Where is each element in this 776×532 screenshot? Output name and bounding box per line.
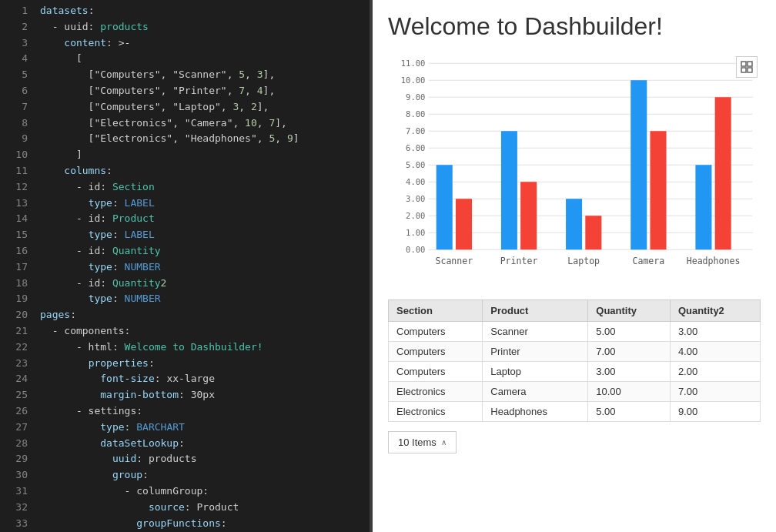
line-content: group: bbox=[40, 467, 149, 483]
svg-text:Laptop: Laptop bbox=[567, 256, 600, 266]
chart-container: 0.001.002.003.004.005.006.007.008.009.00… bbox=[388, 53, 761, 287]
chevron-up-icon: ∧ bbox=[441, 438, 447, 447]
svg-text:Scanner: Scanner bbox=[435, 256, 473, 266]
line-number: 3 bbox=[6, 35, 28, 52]
line-content: type: NUMBER bbox=[40, 291, 161, 307]
table-cell: Computers bbox=[389, 342, 483, 362]
code-line: 1datasets: bbox=[0, 3, 370, 19]
items-per-page-button[interactable]: 10 Items ∧ bbox=[388, 431, 457, 453]
code-line: 17 type: NUMBER bbox=[0, 259, 370, 276]
svg-text:11.00: 11.00 bbox=[401, 59, 426, 68]
code-line: 13 type: LABEL bbox=[0, 196, 370, 212]
table-row: ComputersScanner5.003.00 bbox=[389, 322, 761, 342]
table-header: Quantity bbox=[588, 300, 671, 322]
table-cell: 9.00 bbox=[670, 402, 760, 422]
code-line: 6 ["Computers", "Printer", 7, 4], bbox=[0, 83, 370, 99]
table-cell: Computers bbox=[389, 322, 483, 342]
line-number: 28 bbox=[6, 436, 28, 452]
line-content: source: Product bbox=[40, 500, 239, 516]
items-label: 10 Items bbox=[398, 437, 436, 448]
table-cell: Electronics bbox=[389, 402, 483, 422]
line-number: 19 bbox=[6, 291, 28, 307]
svg-text:6.00: 6.00 bbox=[406, 143, 425, 152]
code-line: 23 properties: bbox=[0, 356, 370, 372]
table-cell: 10.00 bbox=[588, 382, 671, 402]
line-content: ["Computers", "Scanner", 5, 3], bbox=[40, 67, 275, 83]
line-number: 23 bbox=[6, 356, 28, 372]
svg-rect-34 bbox=[566, 199, 582, 249]
svg-rect-29 bbox=[456, 199, 472, 249]
footer-bar: 10 Items ∧ bbox=[388, 431, 761, 453]
code-line: 14 - id: Product bbox=[0, 211, 370, 227]
svg-text:10.00: 10.00 bbox=[401, 75, 426, 85]
svg-text:7.00: 7.00 bbox=[406, 126, 425, 136]
line-number: 5 bbox=[6, 67, 28, 83]
line-number: 15 bbox=[6, 227, 28, 243]
line-content: - html: Welcome to Dashbuilder! bbox=[40, 340, 263, 356]
table-cell: 3.00 bbox=[670, 322, 760, 342]
code-line: 11 columns: bbox=[0, 163, 370, 179]
line-number: 21 bbox=[6, 323, 28, 340]
code-line: 5 ["Computers", "Scanner", 5, 3], bbox=[0, 67, 370, 83]
table-cell: Printer bbox=[483, 342, 588, 362]
code-line: 31 - columnGroup: bbox=[0, 483, 370, 500]
line-content: datasets: bbox=[40, 3, 94, 19]
code-line: 26 - settings: bbox=[0, 403, 370, 420]
svg-rect-37 bbox=[630, 80, 647, 249]
svg-text:2.00: 2.00 bbox=[406, 211, 425, 220]
code-line: 12 - id: Section bbox=[0, 179, 370, 196]
line-content: content: >- bbox=[40, 35, 130, 52]
svg-text:Camera: Camera bbox=[632, 256, 664, 266]
table-row: ComputersLaptop3.002.00 bbox=[389, 362, 761, 382]
table-header: Product bbox=[483, 300, 588, 322]
svg-text:4.00: 4.00 bbox=[406, 177, 425, 186]
chart-options-button[interactable] bbox=[736, 56, 758, 78]
code-line: 18 - id: Quantity2 bbox=[0, 276, 370, 292]
data-table: SectionProductQuantityQuantity2Computers… bbox=[388, 299, 761, 422]
svg-text:Headphones: Headphones bbox=[687, 256, 741, 266]
table-cell: Computers bbox=[389, 362, 483, 382]
code-line: 10 ] bbox=[0, 147, 370, 163]
code-line: 7 ["Computers", "Laptop", 3, 2], bbox=[0, 99, 370, 115]
line-content: - settings: bbox=[40, 403, 142, 420]
code-line: 32 source: Product bbox=[0, 500, 370, 516]
table-cell: Headphones bbox=[483, 402, 588, 422]
table-cell: 2.00 bbox=[670, 362, 760, 382]
svg-rect-0 bbox=[741, 62, 746, 66]
line-number: 17 bbox=[6, 259, 28, 276]
line-number: 8 bbox=[6, 115, 28, 132]
line-number: 27 bbox=[6, 420, 28, 436]
line-content: - columnGroup: bbox=[40, 483, 209, 500]
line-number: 7 bbox=[6, 99, 28, 115]
code-line: 4 [ bbox=[0, 51, 370, 67]
bar-chart: 0.001.002.003.004.005.006.007.008.009.00… bbox=[388, 53, 761, 284]
code-line: 24 font-size: xx-large bbox=[0, 371, 370, 387]
code-line: 22 - html: Welcome to Dashbuilder! bbox=[0, 340, 370, 356]
svg-rect-28 bbox=[436, 165, 453, 249]
line-number: 30 bbox=[6, 467, 28, 483]
line-content: ["Electronics", "Headphones", 5, 9] bbox=[40, 131, 299, 147]
svg-rect-2 bbox=[741, 68, 746, 72]
line-content: ["Electronics", "Camera", 10, 7], bbox=[40, 115, 287, 132]
svg-rect-35 bbox=[585, 216, 601, 249]
table-cell: 4.00 bbox=[670, 342, 760, 362]
line-number: 13 bbox=[6, 196, 28, 212]
table-cell: Electronics bbox=[389, 382, 483, 402]
line-content: type: LABEL bbox=[40, 196, 155, 212]
table-cell: Scanner bbox=[483, 322, 588, 342]
line-number: 6 bbox=[6, 83, 28, 99]
line-number: 11 bbox=[6, 163, 28, 179]
line-content: ["Computers", "Printer", 7, 4], bbox=[40, 83, 275, 99]
line-number: 22 bbox=[6, 340, 28, 356]
table-cell: 7.00 bbox=[670, 382, 760, 402]
line-content: groupFunctions: bbox=[40, 516, 227, 532]
code-line: 27 type: BARCHART bbox=[0, 420, 370, 436]
table-cell: 3.00 bbox=[588, 362, 671, 382]
table-cell: 5.00 bbox=[588, 402, 671, 422]
table-row: ComputersPrinter7.004.00 bbox=[389, 342, 761, 362]
line-content: margin-bottom: 30px bbox=[40, 387, 215, 403]
svg-rect-1 bbox=[748, 62, 752, 66]
line-content: uuid: products bbox=[40, 451, 197, 467]
code-line: 3 content: >- bbox=[0, 35, 370, 52]
code-line: 21 - components: bbox=[0, 323, 370, 340]
